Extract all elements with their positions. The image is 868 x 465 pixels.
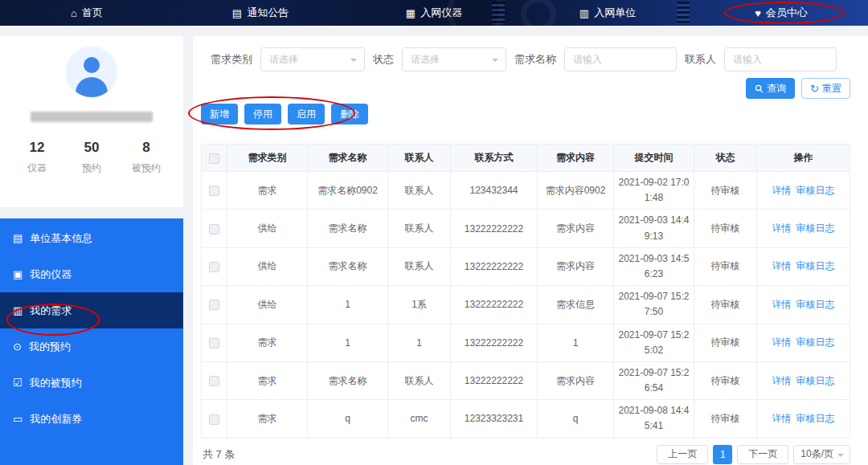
audit-log-link[interactable]: 审核日志 [796, 299, 835, 310]
cell-content: 需求内容 [538, 247, 614, 285]
demand-table: 需求类别需求名称联系人联系方式需求内容提交时间状态操作 需求需求名称0902联系… [201, 144, 850, 438]
avatar-person-icon [76, 77, 108, 98]
audit-log-link[interactable]: 审核日志 [796, 222, 835, 234]
audit-log-link[interactable]: 审核日志 [796, 375, 835, 386]
cell-operations: 详情审核日志 [757, 172, 850, 210]
row-checkbox[interactable] [209, 186, 219, 196]
instrument-icon: ▦ [406, 8, 416, 18]
cell-contact: 联系人 [388, 361, 451, 399]
member-icon: ♥ [755, 8, 761, 18]
audit-log-link[interactable]: 审核日志 [796, 185, 835, 196]
page-number-1[interactable]: 1 [713, 445, 732, 464]
cell-time: 2021-09-08 14:45:41 [614, 400, 694, 438]
sidebar-item-my-reserved[interactable]: ☑ 我的被预约 [0, 365, 183, 401]
document-icon: ▤ [13, 233, 23, 243]
detail-link[interactable]: 详情 [772, 222, 792, 234]
category-select[interactable]: 请选择 [260, 47, 365, 71]
cell-time: 2021-09-07 15:27:50 [614, 286, 694, 324]
enable-button[interactable]: 启用 [288, 104, 325, 124]
row-checkbox[interactable] [209, 300, 219, 310]
home-icon: ⌂ [71, 8, 77, 18]
cell-status: 待审核 [694, 172, 757, 210]
prev-page-button[interactable]: 上一页 [657, 445, 708, 464]
table-row: 需求111322222222212021-09-07 15:25:02待审核详情… [202, 324, 850, 361]
sidebar-item-my-instruments[interactable]: ▣ 我的仪器 [0, 256, 183, 292]
table-footer: 共 7 条 上一页 1 下一页 10条/页 [201, 445, 850, 465]
pagination: 上一页 1 下一页 10条/页 [657, 445, 850, 464]
page-size-select[interactable]: 10条/页 [793, 445, 850, 464]
sidebar-item-unit-info[interactable]: ▤ 单位基本信息 [0, 220, 183, 256]
cell-phone: 13222222222 [451, 324, 538, 361]
cell-name: 需求名称 [308, 210, 388, 247]
stat-value: 8 [119, 140, 174, 156]
audit-log-link[interactable]: 审核日志 [796, 260, 835, 271]
status-filter-label: 状态 [373, 52, 394, 67]
cell-contact: 1系 [388, 286, 451, 324]
sidebar-item-label: 我的被预约 [30, 376, 82, 390]
cell-content: 1 [538, 324, 614, 361]
search-button[interactable]: 查询 [746, 78, 795, 99]
detail-link[interactable]: 详情 [772, 299, 792, 310]
cell-time: 2021-09-03 14:49:13 [614, 210, 694, 247]
stat-label: 被预约 [119, 161, 174, 175]
row-checkbox-cell [202, 361, 227, 399]
disable-button[interactable]: 停用 [244, 104, 281, 124]
page-size-value: 10条/页 [800, 447, 833, 461]
nav-item-home[interactable]: ⌂ 首页 [0, 0, 174, 26]
cell-phone: 13222222222 [451, 247, 538, 285]
cell-name: 需求名称0902 [308, 172, 388, 210]
column-header: 需求名称 [308, 145, 388, 172]
cell-name: 1 [308, 324, 388, 361]
next-page-button[interactable]: 下一页 [737, 445, 788, 464]
nav-item-member-center[interactable]: ♥ 会员中心 [694, 0, 868, 26]
delete-button[interactable]: 删除 [331, 104, 368, 124]
row-checkbox[interactable] [209, 414, 219, 425]
demand-icon: ▥ [13, 305, 23, 316]
audit-log-link[interactable]: 审核日志 [796, 337, 835, 348]
demand-name-input[interactable] [564, 47, 677, 71]
cell-operations: 详情审核日志 [757, 210, 850, 247]
cell-content: q [538, 400, 614, 438]
detail-link[interactable]: 详情 [772, 260, 792, 271]
sidebar-item-my-demands[interactable]: ▥ 我的需求 [0, 292, 183, 328]
main-panel: 需求类别 请选择 状态 请选择 需求名称 联系人 [193, 36, 868, 465]
add-button[interactable]: 新增 [201, 104, 238, 124]
profile-card: 12 仪器 50 预约 8 被预约 [0, 36, 183, 207]
header-checkbox-cell [202, 145, 227, 172]
reset-button[interactable]: ↻ 重置 [801, 78, 850, 99]
nav-item-units[interactable]: ▥ 入网单位 [521, 0, 694, 26]
stat-reserved: 8 被预约 [119, 140, 174, 175]
nav-item-label: 入网仪器 [420, 6, 462, 20]
detail-link[interactable]: 详情 [772, 375, 792, 386]
contact-input[interactable] [724, 47, 837, 71]
row-checkbox[interactable] [209, 376, 219, 386]
checkbox-icon: ☑ [13, 377, 23, 388]
total-count: 共 7 条 [203, 447, 235, 462]
detail-link[interactable]: 详情 [772, 337, 792, 348]
nav-item-notices[interactable]: ▤ 通知公告 [174, 0, 347, 26]
left-column: 12 仪器 50 预约 8 被预约 ▤ 单位基本信息 [0, 26, 183, 465]
detail-link[interactable]: 详情 [772, 185, 792, 196]
row-checkbox[interactable] [209, 338, 219, 349]
row-checkbox-cell [202, 324, 227, 361]
nav-item-instruments[interactable]: ▦ 入网仪器 [347, 0, 521, 26]
cell-category: 需求 [227, 361, 308, 399]
row-checkbox[interactable] [209, 262, 219, 272]
search-icon [755, 84, 764, 93]
table-row: 供给11系13222222222需求信息2021-09-07 15:27:50待… [202, 286, 850, 324]
sidebar-item-my-reservations[interactable]: ⊙ 我的预约 [0, 328, 183, 365]
column-header: 需求类别 [227, 145, 308, 172]
refresh-icon: ↻ [810, 84, 819, 94]
stat-instruments: 12 仪器 [10, 140, 64, 175]
cell-operations: 详情审核日志 [757, 361, 850, 399]
stat-value: 50 [64, 140, 119, 156]
stat-value: 12 [10, 140, 64, 156]
cell-category: 需求 [227, 400, 308, 438]
audit-log-link[interactable]: 审核日志 [796, 413, 835, 424]
sidebar-item-my-vouchers[interactable]: ▭ 我的创新券 [0, 401, 183, 437]
row-checkbox[interactable] [209, 224, 219, 235]
status-select[interactable]: 请选择 [402, 47, 506, 71]
row-checkbox-cell [202, 286, 227, 324]
select-all-checkbox[interactable] [209, 153, 219, 164]
detail-link[interactable]: 详情 [772, 413, 792, 424]
